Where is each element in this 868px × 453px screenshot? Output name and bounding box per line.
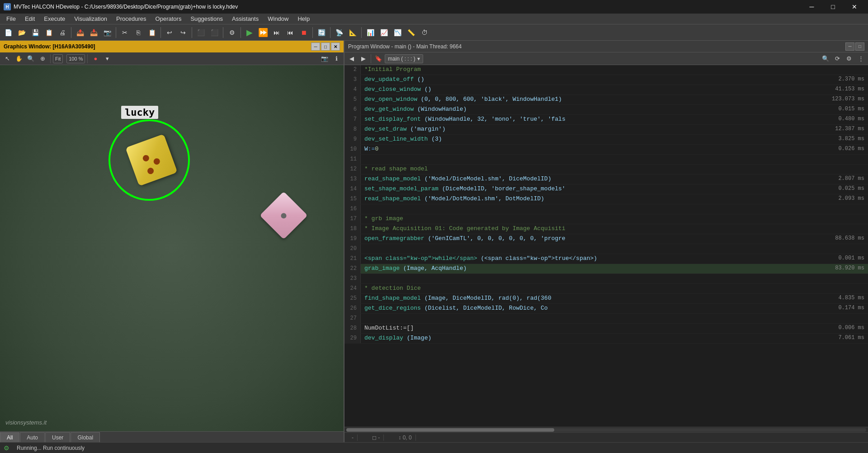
save-as-button[interactable]: 📋 — [42, 26, 55, 39]
step-into-button[interactable]: ⬛ — [194, 26, 207, 39]
chart-button[interactable]: 📊 — [364, 26, 377, 39]
maximize-button[interactable]: □ — [823, 0, 843, 14]
graphics-maximize-button[interactable]: □ — [321, 42, 330, 51]
code-line-8[interactable]: 8dev_set_draw ('margin')12.387 ms — [344, 125, 868, 135]
gfx-color-tool[interactable]: ● — [90, 54, 101, 64]
code-line-26[interactable]: 26 get_dice_regions (Dicelist, DiceModel… — [344, 304, 868, 314]
code-line-14[interactable]: 14set_shape_model_param (DiceModelID, 'b… — [344, 184, 868, 194]
step-over-button[interactable]: ⬛ — [208, 26, 221, 39]
prog-back-button[interactable]: ◀ — [346, 54, 357, 64]
histogram-button[interactable]: 📈 — [377, 26, 390, 39]
import-button[interactable]: 📥 — [87, 26, 100, 39]
code-line-16[interactable]: 16 — [344, 204, 868, 214]
code-line-2[interactable]: 2*Initial Program — [344, 65, 868, 75]
prog-bookmark-button[interactable]: 🔖 — [373, 54, 384, 64]
camera-button[interactable]: 📷 — [101, 26, 113, 39]
code-line-19[interactable]: 19open_framegrabber ('GenICamTL', 0, 0, … — [344, 234, 868, 244]
title-bar-controls[interactable]: ─ □ ✕ — [802, 0, 864, 14]
code-line-15[interactable]: 15read_shape_model ('Model/DotModel.shm'… — [344, 194, 868, 204]
minimize-button[interactable]: ─ — [802, 0, 822, 14]
menu-suggestions[interactable]: Suggestions — [186, 14, 227, 24]
gfx-info-tool[interactable]: ℹ — [331, 54, 342, 64]
tab-all[interactable]: All — [0, 432, 19, 442]
tab-auto[interactable]: Auto — [20, 432, 45, 442]
program-hscroll[interactable] — [344, 427, 868, 432]
hscroll-thumb[interactable] — [346, 428, 554, 432]
profile-button[interactable]: 📉 — [391, 26, 404, 39]
save-button[interactable]: 💾 — [29, 26, 42, 39]
code-line-12[interactable]: 12* read shape model — [344, 165, 868, 175]
prog-minimize-button[interactable]: ─ — [845, 42, 854, 51]
code-line-22[interactable]: 22 grab_image (Image, AcqHandle)83.920 m… — [344, 264, 868, 274]
menu-file[interactable]: File — [2, 14, 20, 24]
code-line-24[interactable]: 24 * detection Dice — [344, 284, 868, 294]
code-line-20[interactable]: 20 — [344, 244, 868, 254]
reset-button[interactable]: 🔄 — [315, 26, 328, 39]
open-button[interactable]: 📂 — [15, 26, 28, 39]
code-line-27[interactable]: 27 — [344, 314, 868, 324]
print-button[interactable]: 🖨 — [56, 26, 69, 39]
menu-execute[interactable]: Execute — [39, 14, 70, 24]
code-line-21[interactable]: 21<span class="kw-op">while</span> (<spa… — [344, 254, 868, 264]
code-line-18[interactable]: 18* Image Acquisition 01: Code generated… — [344, 224, 868, 234]
gfx-pointer-tool[interactable]: ↖ — [2, 54, 13, 64]
code-line-7[interactable]: 7set_display_font (WindowHandle, 32, 'mo… — [344, 115, 868, 125]
cut-button[interactable]: ✂ — [118, 26, 131, 39]
run-continuous-button[interactable]: ⏩ — [257, 26, 269, 39]
code-line-4[interactable]: 4dev_close_window ()41.153 ms — [344, 85, 868, 95]
prog-forward-button[interactable]: ▶ — [358, 54, 369, 64]
step-button[interactable]: ⏭ — [270, 26, 283, 39]
prog-search-button[interactable]: 🔍 — [820, 54, 831, 64]
gfx-fit-button[interactable]: Fit — [53, 54, 63, 63]
gfx-zoom-in-tool[interactable]: 🔍 — [25, 54, 36, 64]
code-line-23[interactable]: 23 — [344, 274, 868, 284]
run-button[interactable]: ▶ — [243, 26, 256, 39]
code-line-9[interactable]: 9dev_set_line_width (3)3.825 ms — [344, 135, 868, 145]
prog-settings-button[interactable]: ⚙ — [844, 54, 854, 64]
export-button[interactable]: 📤 — [74, 26, 86, 39]
step-back-button[interactable]: ⏮ — [284, 26, 297, 39]
code-line-28[interactable]: 28 NumDotList:=[]0.006 ms — [344, 324, 868, 334]
gfx-hand-tool[interactable]: ✋ — [14, 54, 24, 64]
tab-user[interactable]: User — [45, 432, 70, 442]
menu-assistants[interactable]: Assistants — [227, 14, 263, 24]
gfx-zoom-select-tool[interactable]: ⊕ — [37, 54, 48, 64]
code-line-29[interactable]: 29 dev_display (Image)7.061 ms — [344, 334, 868, 344]
code-line-11[interactable]: 11 — [344, 155, 868, 165]
acquisition-button[interactable]: 📡 — [333, 26, 345, 39]
redo-button[interactable]: ↪ — [177, 26, 189, 39]
menu-operators[interactable]: Operators — [151, 14, 186, 24]
menu-visualization[interactable]: Visualization — [70, 14, 112, 24]
new-button[interactable]: 📄 — [2, 26, 14, 39]
copy-button[interactable]: ⎘ — [132, 26, 145, 39]
calib-button[interactable]: 📐 — [346, 26, 359, 39]
program-title-controls[interactable]: ─ □ — [845, 42, 864, 51]
code-line-3[interactable]: 3dev_update_off ()2.370 ms — [344, 75, 868, 85]
code-line-25[interactable]: 25 find_shape_model (Image, DiceModelID,… — [344, 294, 868, 304]
measure-button[interactable]: 📏 — [405, 26, 417, 39]
code-line-6[interactable]: 6dev_get_window (WindowHandle)0.015 ms — [344, 105, 868, 115]
close-button[interactable]: ✕ — [844, 0, 864, 14]
menu-procedures[interactable]: Procedures — [112, 14, 151, 24]
menu-window[interactable]: Window — [263, 14, 293, 24]
prog-function-dropdown[interactable]: main ( : : : ) ▾ — [385, 54, 423, 63]
menu-help[interactable]: Help — [293, 14, 314, 24]
paste-button[interactable]: 📋 — [146, 26, 158, 39]
menu-edit[interactable]: Edit — [20, 14, 39, 24]
code-line-10[interactable]: 10W:=00.026 ms — [344, 145, 868, 155]
stop-button[interactable]: ⏹ — [297, 26, 310, 39]
code-line-5[interactable]: 5dev_open_window (0, 0, 800, 600, 'black… — [344, 95, 868, 105]
code-line-13[interactable]: 13read_shape_model ('Model/DiceModel.shm… — [344, 175, 868, 184]
timer-button[interactable]: ⏱ — [418, 26, 431, 39]
prog-more-button[interactable]: ⋮ — [855, 54, 866, 64]
gfx-screenshot-tool[interactable]: 📷 — [319, 54, 330, 64]
graphics-minimize-button[interactable]: ─ — [311, 42, 320, 51]
code-line-17[interactable]: 17* grb image — [344, 214, 868, 224]
prog-maximize-button[interactable]: □ — [855, 42, 864, 51]
graphics-title-controls[interactable]: ─ □ ✕ — [311, 42, 340, 51]
prog-reset-button[interactable]: ⟳ — [832, 54, 843, 64]
settings-button[interactable]: ⚙ — [226, 26, 238, 39]
tab-global[interactable]: Global — [71, 432, 100, 442]
code-editor[interactable]: 2*Initial Program3dev_update_off ()2.370… — [344, 65, 868, 427]
undo-button[interactable]: ↩ — [163, 26, 176, 39]
